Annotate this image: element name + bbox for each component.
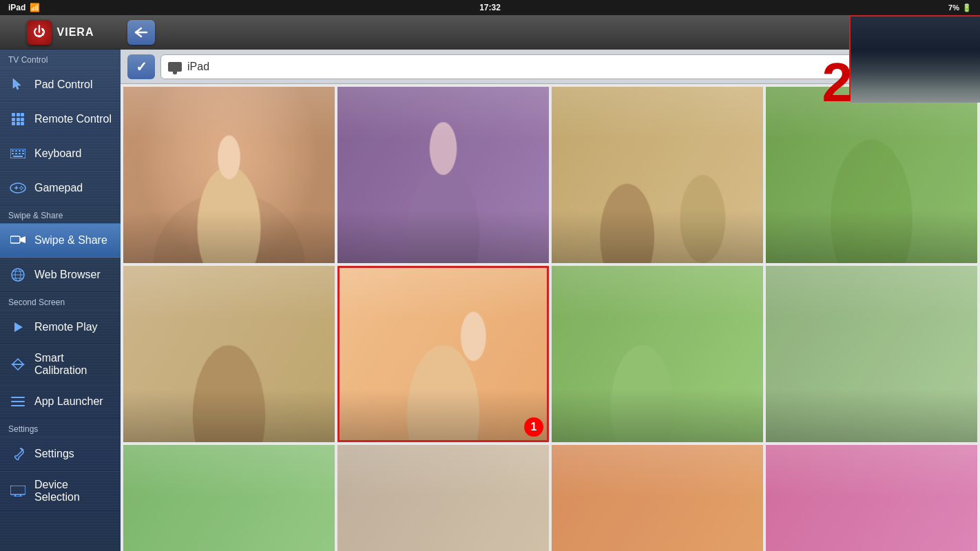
power-button[interactable]: ⏻ [27,20,52,45]
photo-cell[interactable] [552,266,763,442]
grid-icon [8,110,28,129]
photo-grid: 1 [123,87,977,551]
check-icon: ✓ [136,59,147,75]
section-swipe-share: Swipe & Share [0,205,121,223]
status-right: 7% 🔋 [948,3,972,12]
check-button[interactable]: ✓ [127,54,155,79]
svg-rect-6 [12,122,15,125]
svg-rect-35 [11,397,25,398]
svg-marker-34 [12,364,23,370]
photo-cell[interactable] [766,266,977,442]
svg-rect-2 [21,113,24,116]
photo-badge-1: 1 [524,417,543,437]
photo-grid-container[interactable]: 1 [121,84,980,551]
device-icon [168,62,182,72]
sidebar-header: ⏻ VIERA [0,15,121,50]
back-button[interactable] [127,20,155,45]
settings-label: Settings [34,448,74,460]
svg-rect-7 [17,122,20,125]
app-launcher-label: App Launcher [34,395,103,408]
svg-rect-16 [19,153,21,154]
photo-cell[interactable] [552,445,763,551]
svg-rect-21 [14,187,18,189]
section-second-screen: Second Screen [0,292,121,310]
svg-rect-12 [19,150,21,152]
gamepad-label: Gamepad [34,182,83,194]
battery-percent: 7% [948,3,959,12]
sidebar-item-remote-play[interactable]: Remote Play [0,310,121,344]
sidebar-item-smart-calibration[interactable]: Smart Calibration [0,344,121,384]
svg-marker-32 [14,322,23,332]
device-selection-label: Device Selection [34,479,112,503]
tv-preview [849,15,980,101]
play-icon [8,318,28,337]
smart-calibration-label: Smart Calibration [34,352,112,377]
wifi-icon: 📶 [30,3,40,12]
svg-rect-5 [21,118,24,121]
svg-rect-26 [10,236,20,243]
svg-rect-38 [10,486,25,495]
svg-point-24 [22,187,23,189]
svg-rect-15 [15,153,17,154]
svg-rect-18 [13,156,23,157]
svg-rect-36 [11,401,25,402]
svg-rect-17 [22,153,24,154]
sidebar-item-pad-control[interactable]: Pad Control [0,67,121,102]
svg-marker-33 [12,359,23,364]
remote-play-label: Remote Play [34,321,98,333]
status-bar: iPad 📶 17:32 7% 🔋 [0,0,980,15]
section-settings: Settings [0,419,121,437]
device-name-status: iPad [8,3,25,12]
photo-cell[interactable]: 1 [337,266,549,442]
wrench-icon [8,444,28,464]
section-tv-control: TV Control [0,50,121,67]
sidebar-item-settings[interactable]: Settings [0,437,121,471]
svg-rect-10 [12,150,14,152]
status-left: iPad 📶 [8,3,40,12]
photo-cell[interactable] [337,445,549,551]
photo-cell[interactable] [337,87,549,263]
sidebar-item-keyboard[interactable]: Keyboard [0,136,121,171]
svg-rect-4 [17,118,20,121]
svg-point-25 [21,189,22,190]
sidebar-item-swipe-share[interactable]: Swipe & Share [0,223,121,258]
app-title: VIERA [57,26,94,39]
sidebar-item-gamepad[interactable]: Gamepad [0,171,121,205]
svg-rect-13 [22,150,24,152]
pad-control-label: Pad Control [34,79,93,91]
svg-rect-11 [15,150,17,152]
keyboard-label: Keyboard [34,147,82,160]
svg-point-23 [19,187,21,189]
calibrate-icon [8,355,28,374]
battery-icon: 🔋 [962,3,972,12]
display-icon [8,481,28,501]
svg-rect-3 [12,118,15,121]
keyboard-icon [8,144,28,163]
photo-cell[interactable] [766,445,977,551]
globe-icon [8,265,28,284]
photo-cell[interactable] [766,87,977,263]
share-icon [8,231,28,250]
apps-icon [8,392,28,411]
sidebar-item-app-launcher[interactable]: App Launcher [0,384,121,419]
svg-rect-0 [12,113,15,116]
gamepad-icon [8,178,28,198]
sidebar-item-device-selection[interactable]: Device Selection [0,471,121,511]
svg-rect-14 [12,153,14,154]
swipe-share-label: Swipe & Share [34,234,107,247]
svg-rect-1 [17,113,20,116]
cursor-icon [8,75,28,94]
sidebar-item-web-browser[interactable]: Web Browser [0,258,121,292]
web-browser-label: Web Browser [34,269,101,281]
photo-cell[interactable] [123,87,335,263]
sidebar-item-remote-control[interactable]: Remote Control [0,102,121,136]
svg-rect-37 [11,405,25,406]
photo-cell[interactable] [123,445,335,551]
sidebar: ⏻ VIERA TV Control Pad Control [0,15,121,551]
status-time: 17:32 [479,3,501,12]
svg-point-22 [21,186,22,187]
photo-cell[interactable] [552,87,763,263]
number-2-badge: 2 [822,55,853,110]
remote-control-label: Remote Control [34,113,112,125]
photo-cell[interactable] [123,266,335,442]
